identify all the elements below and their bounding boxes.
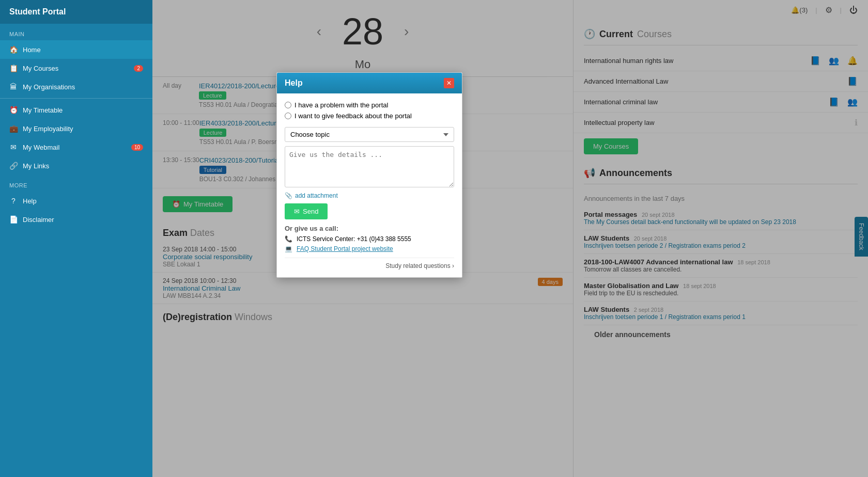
modal-backdrop[interactable] xyxy=(152,0,868,477)
help-modal-close-button[interactable]: ✕ xyxy=(444,78,454,88)
send-label: Send xyxy=(303,208,318,215)
organisations-icon: 🏛 xyxy=(9,83,18,91)
sidebar-item-my-employability[interactable]: 💼 My Employability xyxy=(0,119,152,138)
help-modal-header: Help ✕ xyxy=(277,73,462,93)
sidebar-item-my-links[interactable]: 🔗 My Links xyxy=(0,156,152,175)
webmail-badge: 10 xyxy=(131,144,143,151)
more-section-label: More xyxy=(0,175,152,192)
sidebar-item-label: My Timetable xyxy=(23,106,63,114)
sidebar-item-my-organisations[interactable]: 🏛 My Organisations xyxy=(0,77,152,96)
employability-icon: 💼 xyxy=(9,124,18,133)
sidebar-item-my-timetable[interactable]: ⏰ My Timetable xyxy=(0,101,152,119)
help-call-label: Or give us a call: xyxy=(285,225,454,232)
help-attach-link[interactable]: 📎 add attachment xyxy=(285,192,454,199)
sidebar-item-my-courses[interactable]: 📋 My Courses 2 xyxy=(0,59,152,77)
app-title: Student Portal xyxy=(0,0,152,24)
send-icon: ✉ xyxy=(294,208,300,215)
sidebar-item-home[interactable]: 🏠 Home xyxy=(0,40,152,59)
sidebar-divider xyxy=(0,98,152,99)
sidebar-item-label: Disclaimer xyxy=(23,216,54,224)
sidebar-item-label: My Links xyxy=(23,162,49,170)
sidebar-item-label: My Courses xyxy=(23,65,58,72)
main-section-label: Main xyxy=(0,24,152,40)
attach-label: add attachment xyxy=(295,192,338,199)
sidebar-item-label: Home xyxy=(23,46,41,54)
paperclip-icon: 📎 xyxy=(285,192,292,199)
main-area: 🔔(3) | ⚙ | ⏻ ‹ 28 › Mo All day IER4012/2… xyxy=(152,0,868,477)
sidebar-item-label: My Employability xyxy=(23,125,73,133)
help-radio-problem-input[interactable] xyxy=(285,102,291,108)
home-icon: 🏠 xyxy=(9,45,18,54)
help-faq-row: 💻 FAQ Student Portal project website xyxy=(285,245,454,252)
help-modal: Help ✕ I have a problem with the portal … xyxy=(276,72,462,278)
study-link-label[interactable]: Study related questions › xyxy=(385,262,454,269)
sidebar-item-disclaimer[interactable]: 📄 Disclaimer xyxy=(0,210,152,229)
disclaimer-icon: 📄 xyxy=(9,215,18,224)
phone-icon: 📞 xyxy=(285,235,292,243)
help-study-link[interactable]: Study related questions › xyxy=(285,258,454,269)
help-radio-feedback-label: I want to give feedback about the portal xyxy=(295,112,412,120)
sidebar: Student Portal Main 🏠 Home 📋 My Courses … xyxy=(0,0,152,477)
help-details-textarea[interactable] xyxy=(285,146,454,187)
laptop-icon: 💻 xyxy=(285,245,292,252)
timetable-icon: ⏰ xyxy=(9,106,18,114)
sidebar-item-my-webmail[interactable]: ✉ My Webmail 10 xyxy=(0,138,152,156)
sidebar-item-help[interactable]: ? Help xyxy=(0,192,152,210)
phone-label: ICTS Service Center: +31 (0)43 388 5555 xyxy=(297,235,411,243)
help-modal-title: Help xyxy=(285,78,303,88)
help-radio-problem-label: I have a problem with the portal xyxy=(295,101,388,109)
help-radio-problem[interactable]: I have a problem with the portal xyxy=(285,101,454,109)
courses-badge: 2 xyxy=(134,65,143,72)
links-icon: 🔗 xyxy=(9,162,18,170)
help-send-button[interactable]: ✉ Send xyxy=(285,203,328,219)
help-radio-feedback-input[interactable] xyxy=(285,113,291,119)
help-phone-row: 📞 ICTS Service Center: +31 (0)43 388 555… xyxy=(285,235,454,243)
sidebar-item-label: My Webmail xyxy=(23,144,59,151)
help-icon: ? xyxy=(9,197,18,205)
help-modal-body: I have a problem with the portal I want … xyxy=(277,93,462,277)
help-topic-select[interactable]: Choose topic Login issues Course access … xyxy=(285,127,454,142)
faq-link[interactable]: FAQ Student Portal project website xyxy=(297,245,393,252)
sidebar-item-label: Help xyxy=(23,197,37,205)
webmail-icon: ✉ xyxy=(9,143,18,151)
courses-icon: 📋 xyxy=(9,64,18,72)
help-radio-feedback[interactable]: I want to give feedback about the portal xyxy=(285,112,454,120)
sidebar-item-label: My Organisations xyxy=(23,83,75,91)
